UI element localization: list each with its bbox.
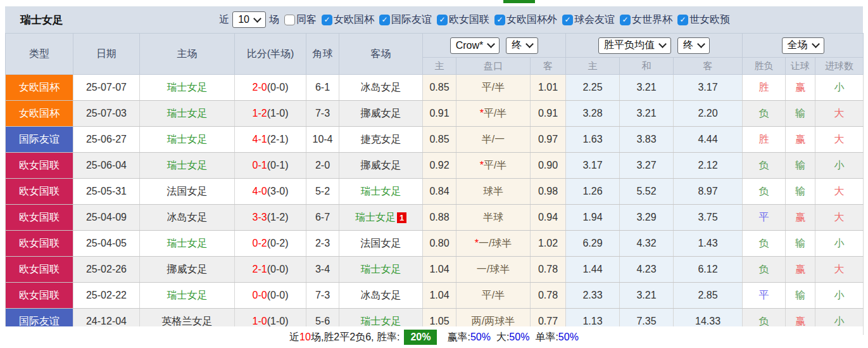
corner-cell: 5-2: [306, 179, 339, 205]
recent-count-value: 10: [238, 14, 249, 25]
away-odds-cell: 0.94: [531, 205, 566, 231]
competition-filter[interactable]: 女欧国杯: [322, 13, 374, 27]
away-odds-cell: 1.02: [531, 231, 566, 257]
checkbox-icon[interactable]: [437, 15, 448, 25]
recent-label: 近: [219, 13, 229, 27]
subheader-odds-away: 客: [531, 58, 566, 75]
competition-filter[interactable]: 女欧国杯外: [494, 13, 557, 27]
date-cell: 25-02-26: [73, 257, 140, 283]
segment-label: 大:: [496, 332, 509, 342]
red-number-badge: 1: [397, 212, 406, 223]
competition-badge: 欧女国联: [6, 257, 73, 283]
away-odds-cell: 0.91: [531, 101, 566, 127]
average-period-select[interactable]: 终: [677, 37, 710, 54]
handicap-text: 一/球半: [477, 264, 510, 274]
date-cell: 25-02-22: [73, 283, 140, 309]
same-away-filter[interactable]: 同客: [284, 13, 317, 27]
match-row: 国际友谊 25-06-27 瑞士女足 4-1(2-1) 10-4 捷克女足 0.…: [6, 127, 864, 153]
away-odds-cell: 1.01: [531, 75, 566, 101]
fulltime-score: 4-1: [253, 134, 267, 145]
competition-filter[interactable]: 球会友谊: [562, 13, 615, 27]
goals-result-cell: 大: [815, 127, 864, 153]
handicap-result-cell: 赢: [786, 205, 815, 231]
date-cell: 25-07-07: [73, 75, 140, 101]
home-team-cell: 瑞士女足: [140, 75, 235, 101]
result-cell: 负: [743, 153, 786, 179]
checkbox-icon[interactable]: [620, 15, 631, 25]
competition-filter[interactable]: 世女欧预: [677, 13, 730, 27]
avg-home-cell: 3.17: [566, 153, 620, 179]
avg-away-cell: 6.12: [674, 257, 743, 283]
avg-home-cell: 3.28: [566, 101, 620, 127]
halftime-score: (0-0): [267, 290, 289, 300]
away-team: 瑞士女足: [361, 316, 401, 326]
competition-badge: 女欧国杯: [6, 101, 73, 127]
handicap-text: 平/半: [484, 108, 506, 119]
away-team: 瑞士女足: [361, 186, 401, 197]
away-team-cell: 冰岛女足: [339, 283, 423, 309]
competition-filter-label: 国际友谊: [391, 13, 432, 27]
goals-result-cell: 小: [815, 231, 864, 257]
home-odds-cell: 0.84: [423, 179, 456, 205]
halftime-score: (0-0): [267, 264, 289, 274]
checkbox-icon[interactable]: [284, 15, 295, 25]
summary-footer: 近 10 场,胜2平2负6, 胜率: 20% 赢率:50% 大:50% 单率:5…: [5, 326, 863, 348]
bookmaker-value: Crow*: [456, 40, 484, 51]
handicap-result-cell: 输: [786, 231, 815, 257]
checkbox-icon[interactable]: [677, 15, 688, 25]
checkbox-icon[interactable]: [494, 15, 505, 25]
subheader-avg-home: 主: [566, 58, 620, 75]
goals-result-cell: 大: [815, 205, 864, 231]
away-team: 瑞士女足: [361, 264, 401, 274]
avg-draw-cell: 3.27: [620, 153, 674, 179]
away-team-cell: 捷克女足: [339, 127, 423, 153]
away-team: 挪威女足: [361, 160, 401, 171]
handicap-cell: 平/半: [456, 75, 531, 101]
subheader-result: 胜负: [743, 58, 786, 75]
home-team: 瑞士女足: [167, 238, 208, 248]
home-team-cell: 瑞士女足: [140, 101, 235, 127]
away-odds-cell: 0.97: [531, 127, 566, 153]
competition-filter-label: 女世界杯: [632, 13, 672, 27]
handicap-cell: *平/半: [456, 153, 531, 179]
home-team: 瑞士女足: [167, 134, 208, 145]
bookmaker-period-select[interactable]: 终: [506, 37, 538, 54]
subheader-handicap: 盘口: [456, 58, 531, 75]
away-odds-cell: 0.78: [531, 283, 566, 309]
home-team-cell: 瑞士女足: [140, 153, 235, 179]
handicap-text: 半球: [483, 212, 503, 222]
chevron-down-icon: [487, 40, 495, 48]
summary-prefix: 近: [289, 331, 299, 344]
result-cell: 胜: [743, 75, 786, 101]
corner-cell: 7-3: [306, 101, 339, 127]
average-select[interactable]: 胜平负均值: [598, 37, 671, 54]
avg-away-cell: 8.97: [674, 179, 743, 205]
home-odds-cell: 0.80: [423, 231, 456, 257]
handicap-result-cell: 输: [786, 179, 815, 205]
recent-count-select[interactable]: 10: [232, 11, 266, 28]
avg-home-cell: 2.33: [566, 283, 620, 309]
handicap-text: 平/半: [484, 160, 506, 171]
checkbox-icon[interactable]: [562, 15, 573, 25]
checkbox-icon[interactable]: [322, 15, 332, 25]
checkbox-icon[interactable]: [379, 15, 390, 25]
handicap-cell: *平/半: [456, 101, 531, 127]
date-cell: 25-05-31: [73, 179, 140, 205]
match-row: 欧女国联 25-02-26 挪威女足 2-1(0-0) 3-4 瑞士女足 1.0…: [6, 257, 864, 283]
fulltime-score: 1-2: [253, 108, 267, 119]
away-team-cell: 瑞士女足1: [339, 205, 423, 231]
halftime-score: (0-0): [267, 82, 289, 93]
competition-filter[interactable]: 国际友谊: [379, 13, 432, 27]
win-rate-badge: 20%: [404, 330, 437, 345]
halftime-score: (3-0): [267, 186, 289, 197]
segment-label: 单率:: [535, 332, 558, 342]
summary-segment: 赢率:50%: [447, 331, 490, 344]
home-team-cell: 冰岛女足: [140, 205, 235, 231]
match-row: 欧女国联 25-02-22 瑞士女足 0-0(0-0) 7-3 冰岛女足 1.0…: [6, 283, 864, 309]
competition-filter[interactable]: 欧女国联: [437, 13, 489, 27]
away-odds-cell: 0.78: [531, 257, 566, 283]
competition-filter[interactable]: 女世界杯: [620, 13, 672, 27]
scope-select[interactable]: 全场: [782, 37, 824, 54]
bookmaker-select[interactable]: Crow*: [450, 37, 500, 54]
avg-draw-cell: 3.21: [620, 75, 674, 101]
